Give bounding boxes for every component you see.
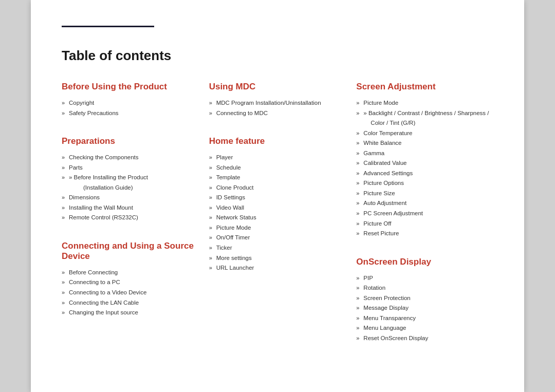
list-item[interactable]: Clone Product xyxy=(209,183,346,193)
list-item[interactable]: Picture Mode xyxy=(356,98,493,108)
section-items-onscreen-display: PIP Rotation Screen Protection Message D… xyxy=(356,273,493,344)
list-item[interactable]: Picture Options xyxy=(356,178,493,189)
section-onscreen-display: OnScreen Display PIP Rotation Screen Pro… xyxy=(356,257,493,344)
list-item[interactable]: Message Display xyxy=(356,303,493,313)
section-items-using-mdc: MDC Program Installation/Uninstallation … xyxy=(209,98,346,118)
list-item[interactable]: Reset Picture xyxy=(356,229,493,239)
list-item[interactable]: Video Wall xyxy=(209,203,346,213)
section-home-feature: Home feature Player Schedule Template Cl… xyxy=(209,136,346,273)
list-item[interactable]: » Backlight / Contrast / Brightness / Sh… xyxy=(356,108,493,128)
section-title-using-mdc: Using MDC xyxy=(209,82,346,92)
section-using-mdc: Using MDC MDC Program Installation/Unins… xyxy=(209,82,346,118)
content-columns: Before Using the Product Copyright Safet… xyxy=(62,82,493,361)
list-item[interactable]: Rotation xyxy=(356,283,493,293)
list-item[interactable]: Picture Mode xyxy=(209,223,346,233)
column-3: Screen Adjustment Picture Mode » Backlig… xyxy=(356,82,493,361)
section-title-home-feature: Home feature xyxy=(209,136,346,146)
list-item[interactable]: Screen Protection xyxy=(356,293,493,304)
section-title-onscreen-display: OnScreen Display xyxy=(356,257,493,267)
section-title-screen-adjustment: Screen Adjustment xyxy=(356,82,493,92)
list-item[interactable]: More settings xyxy=(209,253,346,264)
list-item[interactable]: Reset OnScreen Display xyxy=(356,333,493,344)
list-item[interactable]: Parts xyxy=(62,163,199,173)
list-item[interactable]: Auto Adjustment xyxy=(356,198,493,209)
list-item[interactable]: Dimensions xyxy=(62,193,199,203)
list-item[interactable]: Schedule xyxy=(209,163,346,173)
section-title-before-using: Before Using the Product xyxy=(62,82,199,92)
section-items-preparations: Checking the Components Parts » Before I… xyxy=(62,153,199,223)
section-screen-adjustment: Screen Adjustment Picture Mode » Backlig… xyxy=(356,82,493,239)
list-item[interactable]: PC Screen Adjustment xyxy=(356,209,493,219)
list-item[interactable]: Before Connecting xyxy=(62,268,199,278)
list-item[interactable]: White Balance xyxy=(356,138,493,148)
list-item[interactable]: URL Launcher xyxy=(209,263,346,273)
list-item[interactable]: Connecting to a PC xyxy=(62,277,199,288)
section-connecting: Connecting and Using a Source Device Bef… xyxy=(62,241,199,318)
title-bar xyxy=(62,26,154,32)
list-item[interactable]: Template xyxy=(209,173,346,183)
list-item[interactable]: Ticker xyxy=(209,243,346,253)
list-item[interactable]: Connecting to a Video Device xyxy=(62,288,199,298)
list-item[interactable]: On/Off Timer xyxy=(209,233,346,243)
list-item[interactable]: Checking the Components xyxy=(62,153,199,163)
section-before-using: Before Using the Product Copyright Safet… xyxy=(62,82,199,118)
section-title-preparations: Preparations xyxy=(62,136,199,146)
list-item[interactable]: ID Settings xyxy=(209,193,346,203)
list-item[interactable]: Picture Off xyxy=(356,219,493,229)
column-2: Using MDC MDC Program Installation/Unins… xyxy=(209,82,346,361)
section-items-connecting: Before Connecting Connecting to a PC Con… xyxy=(62,268,199,318)
list-item[interactable]: Picture Size xyxy=(356,189,493,199)
section-items-before-using: Copyright Safety Precautions xyxy=(62,98,199,118)
page-container: Table of contents Before Using the Produ… xyxy=(31,0,524,392)
list-item[interactable]: Connecting the LAN Cable xyxy=(62,298,199,308)
list-item[interactable]: » Before Installing the Product(Installa… xyxy=(62,173,199,193)
list-item[interactable]: Remote Control (RS232C) xyxy=(62,213,199,223)
section-items-screen-adjustment: Picture Mode » Backlight / Contrast / Br… xyxy=(356,98,493,239)
list-item[interactable]: Changing the Input source xyxy=(62,308,199,318)
list-item[interactable]: Gamma xyxy=(356,148,493,159)
list-item[interactable]: Menu Transparency xyxy=(356,313,493,324)
list-item[interactable]: Network Status xyxy=(209,213,346,223)
list-item[interactable]: Copyright xyxy=(62,98,199,108)
section-items-home-feature: Player Schedule Template Clone Product I… xyxy=(209,153,346,273)
column-1: Before Using the Product Copyright Safet… xyxy=(62,82,199,361)
list-item[interactable]: Menu Language xyxy=(356,323,493,333)
list-item[interactable]: Connecting to MDC xyxy=(209,108,346,119)
section-title-connecting: Connecting and Using a Source Device xyxy=(62,241,199,262)
list-item[interactable]: Installing the Wall Mount xyxy=(62,203,199,213)
list-item[interactable]: Safety Precautions xyxy=(62,108,199,119)
list-item[interactable]: Advanced Settings xyxy=(356,169,493,179)
list-item[interactable]: Player xyxy=(209,153,346,163)
page-title: Table of contents xyxy=(62,48,493,64)
list-item[interactable]: Color Temperature xyxy=(356,128,493,139)
list-item[interactable]: PIP xyxy=(356,273,493,284)
list-item[interactable]: Calibrated Value xyxy=(356,158,493,169)
section-preparations: Preparations Checking the Components Par… xyxy=(62,136,199,223)
list-item[interactable]: MDC Program Installation/Uninstallation xyxy=(209,98,346,108)
